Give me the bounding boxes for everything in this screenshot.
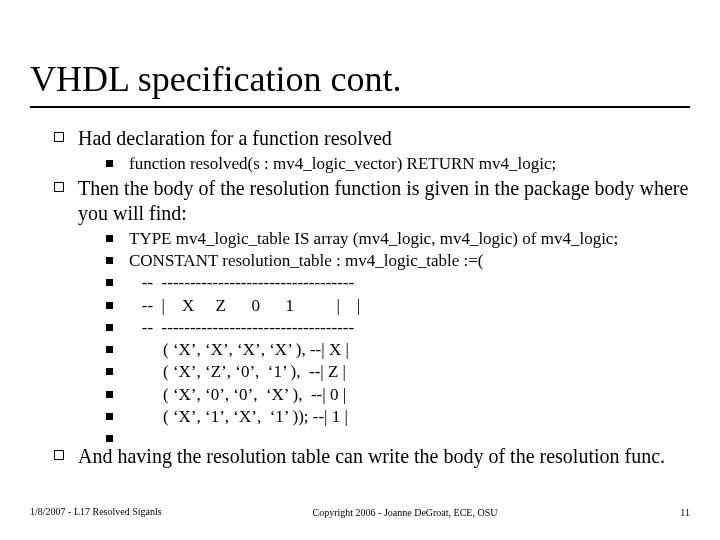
title-underline: [30, 106, 690, 108]
footer-page-number: 11: [630, 507, 690, 518]
bullet-lvl1: Then the body of the resolution function…: [54, 176, 690, 226]
bullet-text: ( ‘X’, ‘1’, ‘X’, ‘1’ )); --| 1 |: [129, 406, 348, 427]
slide-title: VHDL specification cont.: [30, 60, 690, 100]
square-filled-icon: [106, 302, 113, 309]
bullet-lvl2: TYPE mv4_logic_table IS array (mv4_logic…: [106, 228, 690, 249]
bullet-lvl2: ( ‘X’, ‘1’, ‘X’, ‘1’ )); --| 1 |: [106, 406, 690, 427]
slide-content: Had declaration for a function resolved …: [30, 126, 690, 470]
square-filled-icon: [106, 346, 113, 353]
bullet-text: -- | X Z 0 1 | |: [129, 295, 360, 316]
bullet-lvl2: ( ‘X’, ‘Z’, ‘0’, ‘1’ ), --| Z |: [106, 361, 690, 382]
bullet-text: TYPE mv4_logic_table IS array (mv4_logic…: [129, 228, 618, 249]
square-filled-icon: [106, 391, 113, 398]
square-open-icon: [54, 132, 64, 142]
bullet-lvl1: Had declaration for a function resolved: [54, 126, 690, 151]
square-filled-icon: [106, 279, 113, 286]
bullet-lvl1: And having the resolution table can writ…: [54, 444, 690, 469]
bullet-lvl2: -- | X Z 0 1 | |: [106, 295, 690, 316]
bullet-lvl2: CONSTANT resolution_table : mv4_logic_ta…: [106, 250, 690, 271]
footer-center: Copyright 2006 - Joanne DeGroat, ECE, OS…: [180, 507, 630, 518]
slide: VHDL specification cont. Had declaration…: [0, 0, 720, 540]
square-open-icon: [54, 182, 64, 192]
square-filled-icon: [106, 435, 113, 442]
square-filled-icon: [106, 160, 113, 167]
bullet-lvl2: [106, 428, 690, 442]
bullet-lvl2: -- ----------------------------------: [106, 317, 690, 338]
bullet-lvl2: ( ‘X’, ‘0’, ‘0’, ‘X’ ), --| 0 |: [106, 384, 690, 405]
bullet-lvl2: function resolved(s : mv4_logic_vector) …: [106, 153, 690, 174]
footer-left: 1/8/2007 - L17 Resolved Siganls: [30, 506, 180, 518]
bullet-text: -- ----------------------------------: [129, 272, 354, 293]
bullet-text: Then the body of the resolution function…: [78, 176, 690, 226]
square-filled-icon: [106, 257, 113, 264]
bullet-text: ( ‘X’, ‘0’, ‘0’, ‘X’ ), --| 0 |: [129, 384, 346, 405]
bullet-text: function resolved(s : mv4_logic_vector) …: [129, 153, 556, 174]
bullet-text: ( ‘X’, ‘X’, ‘X’, ‘X’ ), --| X |: [129, 339, 349, 360]
slide-footer: 1/8/2007 - L17 Resolved Siganls Copyrigh…: [0, 506, 720, 518]
bullet-text: CONSTANT resolution_table : mv4_logic_ta…: [129, 250, 483, 271]
square-filled-icon: [106, 413, 113, 420]
square-filled-icon: [106, 324, 113, 331]
bullet-text: ( ‘X’, ‘Z’, ‘0’, ‘1’ ), --| Z |: [129, 361, 346, 382]
bullet-lvl2: -- ----------------------------------: [106, 272, 690, 293]
bullet-text: -- ----------------------------------: [129, 317, 354, 338]
square-filled-icon: [106, 368, 113, 375]
square-open-icon: [54, 450, 64, 460]
bullet-lvl2: ( ‘X’, ‘X’, ‘X’, ‘X’ ), --| X |: [106, 339, 690, 360]
square-filled-icon: [106, 235, 113, 242]
bullet-text: And having the resolution table can writ…: [78, 444, 665, 469]
bullet-text: Had declaration for a function resolved: [78, 126, 392, 151]
